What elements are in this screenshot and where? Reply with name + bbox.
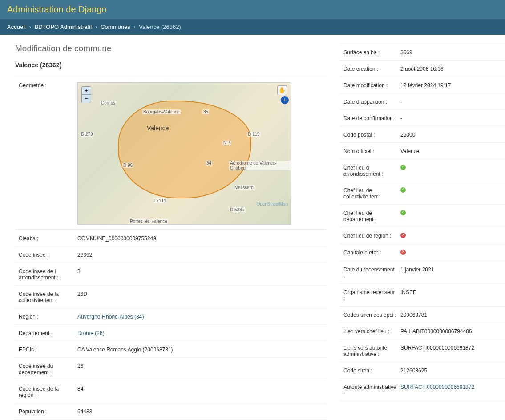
field-label: Code insee de la collectivite terr : [19,290,77,303]
field-label: Code postal : [343,131,400,138]
field-row: Surface en ha :3669 [340,44,505,61]
field-row: Date de confirmation :- [340,110,505,126]
map-widget[interactable]: Valence + − ✋ + D 279D 96D 111D 119D 538… [77,82,291,225]
field-value [400,232,406,239]
field-label: Chef lieu de departement : [343,209,400,222]
map-label: Aérodrome de Valence-Chabeuil [229,161,291,170]
breadcrumb-app[interactable]: BDTOPO Administratif [35,24,92,30]
field-label: Autorité administrative : [343,383,400,396]
field-row: Date creation :2 août 2006 10:36 [340,61,505,77]
field-value: - [400,98,402,105]
field-label: Code insee de la region : [19,385,77,398]
field-row: Liens vers autorite administrative :SURF… [340,339,505,362]
map-label: Cornas [100,101,116,105]
field-label: Capitale d etat : [343,249,400,256]
map-label: Bourg-lès-Valence [142,109,181,114]
field-link[interactable]: SURFACTI0000000006691872 [400,384,474,390]
field-label: Chef lieu d arrondissement : [343,164,400,177]
field-value: 3 [77,267,81,275]
field-value: 2 août 2006 10:36 [400,65,444,72]
field-row: Organisme recenseur :INSEE [340,284,505,307]
field-value: 64483 [77,408,92,415]
field-label: Date creation : [343,65,400,72]
field-value: Valence [400,147,419,154]
field-value [400,164,406,171]
field-value: 26D [77,290,87,297]
fieldset-right: Surface en ha :3669Date creation :2 août… [340,44,505,401]
field-label: Code insee du departement : [19,362,77,376]
map-label: D 119 [247,132,261,137]
site-title[interactable]: Administration de Django [7,4,106,15]
field-label: EPCIs : [19,346,77,353]
field-row: Code siren :212603625 [340,362,505,379]
object-title: Valence (26362) [15,61,327,69]
field-value: 84 [77,385,83,392]
breadcrumb-model[interactable]: Communes [101,24,130,30]
field-row: Code insee de la collectivite terr :26D [15,286,327,308]
field-label: Surface en ha : [343,48,400,56]
field-label: Organisme recenseur : [343,288,400,302]
field-row: Date du recensement :1 janvier 2021 [340,261,505,284]
field-value: 12 février 2024 19:17 [400,81,451,89]
field-label: Code insee de l arrondissement : [19,267,77,281]
breadcrumb-home[interactable]: Accueil [7,24,26,30]
map-label: 35 [202,109,209,114]
field-label: Code siren : [343,367,400,374]
fieldset-left: Geometrie : Valence + − ✋ + D 279D 96D 1… [15,77,327,420]
map-label: D 279 [80,132,94,137]
field-row: Cleabs :COMMUNE_0000000009755249 [15,230,327,246]
map-zoom-control: + − [81,86,91,103]
field-label: Geometrie : [19,81,77,89]
field-value: 1 janvier 2021 [400,266,434,273]
field-value: PAIHABIT0000000006794406 [400,327,472,335]
check-icon [400,210,406,215]
field-label: Liens vers autorite administrative : [343,344,400,357]
field-value: 26362 [77,251,92,258]
field-label: Chef lieu de collectivite terr : [343,186,400,200]
map-zoom-out[interactable]: − [82,95,91,103]
field-row: Nom officiel :Valence [340,143,505,159]
map-label: N 7 [222,141,231,145]
field-value: SURFACTI0000000006691872 [400,344,474,351]
field-row: Autorité administrative :SURFACTI0000000… [340,379,505,401]
map-polygon[interactable] [118,101,251,198]
field-row: Chef lieu de departement : [340,205,505,227]
check-icon [400,165,406,170]
field-row: Chef lieu de collectivite terr : [340,182,505,205]
field-label: Population : [19,408,77,415]
field-label: Date de confirmation : [343,114,400,121]
field-value: - [400,114,402,121]
field-row: Chef lieu de region : [340,227,505,244]
field-value: Auvergne-Rhône-Alpes (84) [77,313,144,320]
field-row: Codes siren des epci :200068781 [340,307,505,323]
field-value: INSEE [400,288,416,295]
field-row: Code postal :26000 [340,126,505,143]
field-label: Département : [19,329,77,336]
map-add-feature[interactable]: + [281,96,289,104]
breadcrumb-sep: › [95,24,97,30]
cross-icon [400,250,406,255]
map-pan-tool[interactable]: ✋ [277,85,287,95]
field-value: SURFACTI0000000006691872 [400,383,474,390]
site-header: Administration de Django [0,0,505,19]
field-label: Nom officiel : [343,147,400,154]
field-row: Code insee du departement :26 [15,358,327,380]
breadcrumb-sep: › [133,24,135,30]
field-row: Population :64483 [15,403,327,420]
map-label: D 96 [122,163,133,168]
field-value: 26000 [400,131,415,138]
field-value [400,249,406,256]
map-zoom-in[interactable]: + [82,87,91,95]
field-row: Département :Drôme (26) [15,325,327,341]
field-value: 200068781 [400,311,427,318]
field-row: Date modification :12 février 2024 19:17 [340,77,505,93]
field-link[interactable]: Drôme (26) [77,330,105,336]
page-title: Modification de commune [15,44,327,53]
field-value [400,186,406,194]
field-label: Codes siren des epci : [343,311,400,318]
map-attribution[interactable]: OpenStreetMap [256,202,288,206]
field-label: Date modification : [343,81,400,89]
breadcrumb-current: Valence (26362) [139,24,181,30]
map-label: Portes-lès-Valence [129,219,168,224]
field-link[interactable]: Auvergne-Rhône-Alpes (84) [77,314,144,320]
